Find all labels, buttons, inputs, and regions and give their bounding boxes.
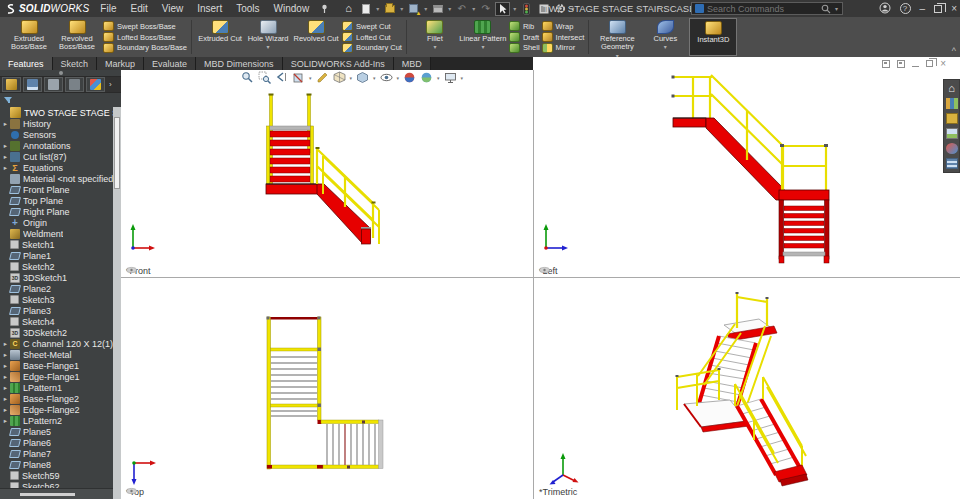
scrollbar-thumb[interactable] [20,493,75,496]
tree-item-sketch1[interactable]: Sketch1 [0,239,113,250]
graphics-area[interactable]: ▾ ▾ ▾ ▾ ▾ ▾ ⌂ [121,70,960,499]
design-library-icon[interactable] [946,98,958,109]
pin-icon[interactable] [320,4,329,14]
dropdown-caret-icon[interactable]: ▾ [437,75,440,81]
tree-item-top-plane[interactable]: Top Plane [0,195,113,206]
search-dropdown-caret-icon[interactable]: ▾ [835,5,838,12]
doc-close-icon[interactable]: × [940,59,946,69]
zoom-to-area-icon[interactable] [257,71,272,84]
boundary-cut-button[interactable]: Boundary Cut [342,42,402,53]
tree-item-sketch2[interactable]: Sketch2 [0,261,113,272]
tree-item-equations[interactable]: ▸Equations [0,162,113,173]
tree-item-cut-list-87[interactable]: ▸Cut list(87) [0,151,113,162]
extruded-cut-button[interactable]: Extruded Cut [196,18,244,56]
expand-caret-icon[interactable]: ▸ [1,417,10,425]
tab-sketch[interactable]: Sketch [53,57,98,70]
rebuild-traffic-light-icon[interactable] [519,2,534,16]
hide-show-items-icon[interactable] [379,71,394,84]
menu-window[interactable]: Window [267,0,317,17]
help-icon[interactable]: ? [900,3,911,14]
tree-item-edge-flange1[interactable]: ▸Edge-Flange1 [0,371,113,382]
expand-caret-icon[interactable]: ▸ [1,142,10,150]
dropdown-caret-icon[interactable]: ▾ [448,5,451,12]
expand-caret-icon[interactable]: ▸ [1,362,10,370]
tree-item-weldment[interactable]: Weldment [0,228,113,239]
tree-item-annotations[interactable]: ▸Annotations [0,140,113,151]
tree-vertical-scrollbar[interactable] [113,107,121,488]
print-icon[interactable] [430,2,445,16]
view-orientation-icon[interactable] [332,71,347,84]
tab-evaluate[interactable]: Evaluate [144,57,196,70]
viewport-left[interactable]: *Left [534,70,944,277]
mirror-button[interactable]: Mirror [542,42,585,53]
menu-tools[interactable]: Tools [229,0,266,17]
dropdown-caret-icon[interactable]: ▾ [472,5,475,12]
tab-mbd[interactable]: MBD [394,57,431,70]
tab-mbd-dimensions[interactable]: MBD Dimensions [196,57,283,70]
dropdown-caret-icon[interactable]: ▾ [309,75,312,81]
edit-appearance-icon[interactable] [402,71,417,84]
tree-item-sketch3[interactable]: Sketch3 [0,294,113,305]
expand-caret-icon[interactable]: ▸ [1,351,10,359]
viewport-top[interactable]: *Top [121,278,533,499]
tree-item-sheet-metal[interactable]: ▸Sheet-Metal [0,349,113,360]
reference-geometry-button[interactable]: Reference Geometry▾ [593,18,641,56]
dropdown-caret-icon[interactable]: ▾ [350,75,353,81]
revolved-boss-button[interactable]: Revolved Boss/Base [53,18,101,56]
view-palette-icon[interactable] [946,128,958,139]
doc-minimize-icon[interactable] [912,66,919,67]
tree-item-3dsketch2[interactable]: 3DSketch2 [0,327,113,338]
tab-features[interactable]: Features [0,57,53,70]
previous-window-icon[interactable] [882,60,890,68]
home-icon[interactable]: ⌂ [341,2,356,16]
dropdown-caret-icon[interactable]: ▾ [571,5,574,12]
file-explorer-icon[interactable] [946,113,958,124]
instant3d-button[interactable]: Instant3D [689,18,737,56]
apply-scene-icon[interactable] [419,71,434,84]
dropdown-caret-icon[interactable]: ▾ [461,75,464,81]
expand-caret-icon[interactable]: ▸ [1,340,10,348]
hole-wizard-button[interactable]: Hole Wizard▾ [244,18,292,56]
new-window-icon[interactable] [897,60,905,68]
dropdown-caret-icon[interactable]: ▾ [433,44,436,50]
dropdown-caret-icon[interactable]: ▾ [267,44,270,50]
menu-insert[interactable]: Insert [190,0,229,17]
shell-button[interactable]: Shell [509,42,540,53]
tab-solidworks-add-ins[interactable]: SOLIDWORKS Add-Ins [283,57,394,70]
minimize-icon[interactable]: – [920,4,926,14]
file-properties-icon[interactable] [536,2,551,16]
tree-item-3dsketch1[interactable]: 3DSketch1 [0,272,113,283]
swept-cut-button[interactable]: Swept Cut [342,21,402,32]
tab-dimxpertmanager[interactable] [65,77,84,92]
section-view-icon[interactable] [291,71,306,84]
dropdown-caret-icon[interactable]: ▾ [513,5,516,12]
tree-horizontal-scrollbar[interactable] [0,488,113,499]
tree-item-plane7[interactable]: Plane7 [0,448,113,459]
dropdown-caret-icon[interactable]: ▾ [400,5,403,12]
draft-button[interactable]: Draft [509,32,540,43]
options-gear-icon[interactable] [553,2,568,16]
fillet-button[interactable]: Fillet▾ [411,18,459,56]
expand-caret-icon[interactable]: ▸ [1,384,10,392]
search-input[interactable] [707,4,818,14]
lofted-boss-button[interactable]: Lofted Boss/Base [103,32,187,43]
save-icon[interactable] [406,2,421,16]
tree-item-c-channel-120-x-12-1[interactable]: ▸C channel 120 X 12(1) [0,338,113,349]
tree-item-base-flange2[interactable]: ▸Base-Flange2 [0,393,113,404]
boundary-boss-button[interactable]: Boundary Boss/Base [103,42,187,53]
dropdown-caret-icon[interactable]: ▾ [376,5,379,12]
expand-caret-icon[interactable]: ▸ [1,373,10,381]
swept-boss-button[interactable]: Swept Boss/Base [103,21,187,32]
doc-restore-icon[interactable] [926,60,933,67]
tree-item-base-flange1[interactable]: ▸Base-Flange1 [0,360,113,371]
dropdown-caret-icon[interactable]: ▾ [481,44,484,50]
tree-item-material-not-specified[interactable]: Material <not specified> [0,173,113,184]
expand-caret-icon[interactable]: ▸ [1,153,10,161]
search-icon[interactable] [821,4,831,14]
revolved-cut-button[interactable]: Revolved Cut [292,18,340,56]
tree-item-plane5[interactable]: Plane5 [0,426,113,437]
tree-item-lpattern2[interactable]: ▸LPattern2 [0,415,113,426]
menu-edit[interactable]: Edit [123,0,154,17]
redo-icon[interactable]: ↷ [478,2,493,16]
tree-item-plane1[interactable]: Plane1 [0,250,113,261]
